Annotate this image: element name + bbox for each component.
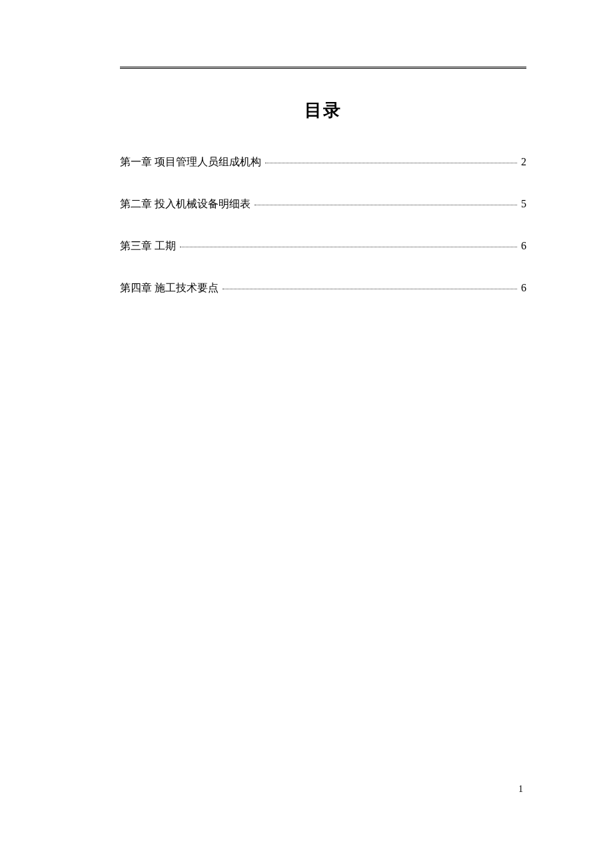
toc-entry: 第二章 投入机械设备明细表 5 bbox=[120, 197, 526, 211]
table-of-contents: 第一章 项目管理人员组成机构 2 第二章 投入机械设备明细表 5 第三章 工期 … bbox=[120, 155, 526, 295]
document-page: 目录 第一章 项目管理人员组成机构 2 第二章 投入机械设备明细表 5 第三章 … bbox=[0, 0, 613, 868]
toc-entry: 第三章 工期 6 bbox=[120, 239, 526, 253]
toc-entry: 第四章 施工技术要点 6 bbox=[120, 281, 526, 295]
toc-entry-label: 第三章 工期 bbox=[120, 239, 176, 253]
header-rule bbox=[120, 67, 526, 69]
toc-entry-page: 5 bbox=[520, 198, 526, 210]
toc-entry-label: 第二章 投入机械设备明细表 bbox=[120, 197, 251, 211]
page-number: 1 bbox=[518, 784, 523, 795]
toc-entry-page: 6 bbox=[520, 282, 526, 294]
toc-leader-dots bbox=[223, 289, 517, 289]
toc-title: 目录 bbox=[120, 99, 526, 122]
toc-entry-label: 第一章 项目管理人员组成机构 bbox=[120, 155, 261, 169]
toc-leader-dots bbox=[265, 163, 517, 163]
toc-leader-dots bbox=[180, 247, 517, 247]
toc-leader-dots bbox=[255, 205, 517, 205]
toc-entry-label: 第四章 施工技术要点 bbox=[120, 281, 219, 295]
toc-entry-page: 6 bbox=[520, 240, 526, 252]
toc-entry: 第一章 项目管理人员组成机构 2 bbox=[120, 155, 526, 169]
toc-entry-page: 2 bbox=[520, 156, 526, 168]
